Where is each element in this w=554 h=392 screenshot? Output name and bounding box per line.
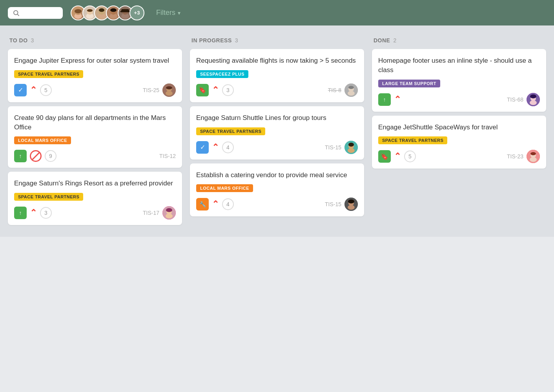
column-header-todo: TO DO 3 <box>8 33 182 49</box>
search-icon <box>13 9 20 16</box>
priority-icon: ⌃ <box>30 85 37 95</box>
column-done: DONE 2 Homepage footer uses an inline st… <box>368 33 546 172</box>
svg-point-10 <box>99 8 104 12</box>
card-footer: 🔧 ⌃ 4 TIS-15 <box>196 198 358 211</box>
comment-count: 4 <box>222 198 234 210</box>
filters-button[interactable]: Filters ▾ <box>156 9 180 17</box>
upload-mark: ↑ <box>19 210 22 216</box>
avatar-group: +3 <box>71 5 144 20</box>
priority-icon: ⌃ <box>212 142 219 152</box>
svg-line-1 <box>17 14 19 16</box>
card-footer: ↑ ⌃ 3 TIS-17 <box>14 206 176 220</box>
ticket-id: TIS-15 <box>325 201 341 207</box>
ticket-id: TIS-68 <box>507 96 523 103</box>
card-title: Engage JetShuttle SpaceWays for travel <box>378 123 540 132</box>
svg-point-29 <box>348 86 354 89</box>
upload-icon-btn[interactable]: ↑ <box>378 93 391 106</box>
ban-icon <box>30 150 42 162</box>
card-footer: ↑ 9 TIS-12 <box>14 150 176 162</box>
card-tag: SEESPACEEZ PLUS <box>196 70 248 78</box>
avatar <box>162 83 176 97</box>
ticket-id: TIS-8 <box>328 87 341 93</box>
chevron-down-icon: ▾ <box>178 10 180 16</box>
priority-icon: ⌃ <box>30 208 37 218</box>
comment-count: 5 <box>404 151 416 162</box>
comment-count: 9 <box>45 150 56 162</box>
priority-icon: ⌃ <box>394 94 401 105</box>
svg-rect-17 <box>120 11 130 12</box>
comment-count: 5 <box>40 84 52 96</box>
svg-point-45 <box>530 152 536 155</box>
upload-mark: ↑ <box>383 96 386 103</box>
avatar <box>344 141 358 154</box>
column-title-done: DONE <box>374 37 390 44</box>
svg-point-37 <box>348 200 354 203</box>
bookmark-mark: 🔖 <box>381 153 388 160</box>
ticket-id: TIS-15 <box>325 144 341 151</box>
column-count-inprogress: 3 <box>235 37 238 44</box>
card-title: Engage Saturn's Rings Resort as a prefer… <box>14 179 176 188</box>
upload-icon-btn[interactable]: ↑ <box>14 207 27 219</box>
card-tag: LOCAL MARS OFFICE <box>14 136 71 144</box>
avatar <box>527 150 540 163</box>
avatar <box>162 206 176 220</box>
bookmark-mark: 🔖 <box>199 86 206 94</box>
avatar <box>527 93 540 106</box>
card-footer: ↑ ⌃ TIS-68 <box>378 93 540 106</box>
svg-point-7 <box>87 9 93 12</box>
check-icon-btn[interactable]: ✓ <box>196 141 209 154</box>
card-title: Engage Jupiter Express for outer solar s… <box>14 56 176 65</box>
card-tag: SPACE TRAVEL PARTNERS <box>196 127 265 135</box>
ticket-id: TIS-23 <box>507 153 523 160</box>
svg-point-0 <box>14 11 18 15</box>
filters-label: Filters <box>156 9 175 17</box>
card-title: Establish a catering vendor to provide m… <box>196 171 358 180</box>
comment-count: 3 <box>40 207 52 219</box>
check-icon-btn[interactable]: ✓ <box>14 84 27 96</box>
comment-count: 4 <box>222 142 234 153</box>
header: +3 Filters ▾ <box>0 0 554 25</box>
card-footer: 🔖 ⌃ 3 TIS-8 <box>196 83 358 97</box>
card-tag: LOCAL MARS OFFICE <box>196 184 253 192</box>
priority-icon: ⌃ <box>212 199 219 209</box>
ticket-id: TIS-12 <box>159 153 176 159</box>
card-tag: SPACE TRAVEL PARTNERS <box>14 193 83 201</box>
card-todo-3: Engage Saturn's Rings Resort as a prefer… <box>8 172 182 225</box>
check-mark: ✓ <box>200 143 205 151</box>
column-header-done: DONE 2 <box>372 33 546 49</box>
column-count-todo: 3 <box>31 37 34 44</box>
svg-point-13 <box>110 8 117 12</box>
priority-icon: ⌃ <box>212 85 219 95</box>
card-tag: LARGE TEAM SUPPORT <box>378 80 440 87</box>
avatar <box>344 198 358 211</box>
card-title: Homepage footer uses an inline style - s… <box>378 56 540 75</box>
comment-count: 3 <box>222 84 234 96</box>
card-footer: 🔖 ⌃ 5 TIS-23 <box>378 150 540 163</box>
column-header-inprogress: IN PROGRESS 3 <box>190 33 364 49</box>
card-title: Engage Saturn Shuttle Lines for group to… <box>196 113 358 123</box>
upload-icon-btn[interactable]: ↑ <box>14 150 27 162</box>
wrench-mark: 🔧 <box>199 201 206 207</box>
column-count-done: 2 <box>393 37 396 44</box>
card-tag: SPACE TRAVEL PARTNERS <box>14 70 83 78</box>
card-inprogress-3: Establish a catering vendor to provide m… <box>190 163 364 217</box>
column-inprogress: IN PROGRESS 3 Requesting available fligh… <box>186 33 368 220</box>
svg-point-33 <box>348 143 354 147</box>
card-inprogress-2: Engage Saturn Shuttle Lines for group to… <box>190 106 364 160</box>
bookmark-icon-btn[interactable]: 🔖 <box>378 150 391 163</box>
priority-icon: ⌃ <box>394 151 401 162</box>
card-tag: SPACE TRAVEL PARTNERS <box>378 136 447 144</box>
column-title-todo: TO DO <box>9 37 28 44</box>
search-box[interactable] <box>8 7 63 19</box>
kanban-board: TO DO 3 Engage Jupiter Express for outer… <box>0 25 554 237</box>
column-title-inprogress: IN PROGRESS <box>191 37 232 44</box>
card-done-1: Homepage footer uses an inline style - s… <box>372 49 546 112</box>
bookmark-icon-btn[interactable]: 🔖 <box>196 84 209 96</box>
avatar <box>344 83 358 97</box>
upload-mark: ↑ <box>19 153 22 159</box>
wrench-icon-btn[interactable]: 🔧 <box>196 198 209 211</box>
svg-point-21 <box>166 86 172 89</box>
card-footer: ✓ ⌃ 4 TIS-15 <box>196 141 358 154</box>
card-done-2: Engage JetShuttle SpaceWays for travel S… <box>372 116 546 169</box>
svg-point-41 <box>530 94 536 98</box>
